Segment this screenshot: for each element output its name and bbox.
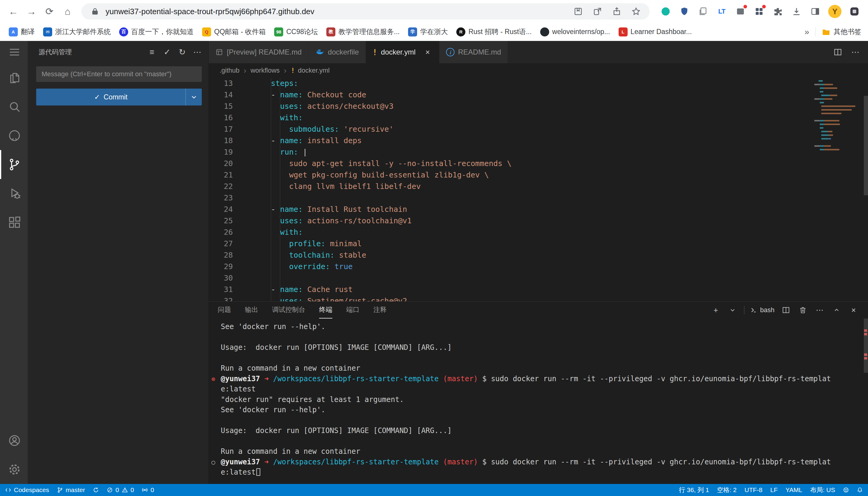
split-editor-icon[interactable] (831, 46, 844, 59)
browser-forward-button[interactable]: → (24, 4, 39, 19)
terminal-instance-bash[interactable]: bash (750, 306, 775, 314)
code-line[interactable]: 13 steps: (209, 78, 868, 89)
commit-message-input[interactable] (36, 66, 202, 82)
settings-gear-icon[interactable] (0, 455, 28, 484)
code-line[interactable]: 22 clang llvm libelf1 libelf-dev (209, 181, 868, 192)
ext-languagetool-icon[interactable]: LT (716, 6, 728, 17)
code-line[interactable]: 25 uses: actions-rs/toolchain@v1 (209, 215, 868, 227)
branch-indicator[interactable]: master (53, 484, 89, 496)
feedback-button[interactable] (839, 484, 853, 496)
ext-grid-icon[interactable] (753, 6, 765, 17)
minimap[interactable] (814, 80, 860, 153)
editor-tab[interactable]: !docker.yml× (366, 41, 439, 63)
bookmarks-overflow-chevron[interactable]: » (804, 27, 809, 37)
terminal-scrollbar[interactable] (864, 319, 868, 373)
code-line[interactable]: 23 (209, 192, 868, 204)
downloads-icon[interactable] (791, 6, 802, 17)
commit-dropdown-chevron[interactable] (185, 89, 202, 106)
cursor-position[interactable]: 行 36, 列 1 (675, 484, 713, 496)
code-line[interactable]: 28 toolchain: stable (209, 249, 868, 261)
code-line[interactable]: 29 override: true (209, 261, 868, 273)
code-line[interactable]: 19 run: | (209, 146, 868, 158)
bookmark-item[interactable]: 98CC98论坛 (270, 26, 322, 38)
code-line[interactable]: 24 - name: Install Rust toolchain (209, 204, 868, 215)
open-in-app-icon[interactable] (592, 6, 603, 17)
kill-terminal-trash-icon[interactable] (797, 304, 808, 316)
ext-shield-icon[interactable] (678, 6, 690, 17)
explorer-icon[interactable] (0, 63, 28, 92)
panel-tab[interactable]: 调试控制台 (272, 301, 305, 319)
eol-indicator[interactable]: LF (766, 484, 782, 496)
bookmark-item[interactable]: 教教学管理信息服务... (323, 26, 404, 38)
notifications-button[interactable] (853, 484, 867, 496)
editor-tab[interactable]: iREADME.md (439, 41, 508, 63)
terminal-line[interactable]: Run a command in a new container (221, 363, 859, 374)
code-line[interactable]: 16 with: (209, 112, 868, 124)
problems-indicator[interactable]: 0 0 (103, 484, 138, 496)
panel-more-icon[interactable]: ⋯ (814, 304, 825, 316)
collections-icon[interactable] (572, 6, 584, 17)
bookmark-item[interactable]: A翻译 (5, 26, 39, 38)
browser-profile-avatar[interactable]: Y (828, 5, 841, 18)
extensions-puzzle-icon[interactable] (772, 6, 783, 17)
panel-tab[interactable]: 终端 (319, 301, 332, 319)
split-terminal-icon[interactable] (780, 304, 791, 316)
encoding-indicator[interactable]: UTF-8 (741, 484, 767, 496)
bookmark-item[interactable]: weloveinterns/op... (536, 26, 614, 38)
breadcrumb-item[interactable]: workflows (251, 66, 280, 74)
terminal-line[interactable]: e:latest (221, 384, 859, 394)
bookmark-star-icon[interactable] (630, 6, 642, 17)
panel-tab[interactable]: 注释 (373, 301, 387, 319)
ext-teal-circle-icon[interactable] (660, 6, 671, 17)
editor-scrollbar[interactable] (864, 96, 868, 195)
menu-hamburger-icon[interactable] (0, 41, 28, 63)
panel-tab[interactable]: 输出 (245, 301, 258, 319)
terminal-line[interactable]: "docker run" requires at least 1 argumen… (221, 394, 859, 405)
search-icon[interactable] (0, 92, 28, 121)
share-icon[interactable] (611, 6, 623, 17)
scm-view-mode-icon[interactable]: ≡ (145, 45, 159, 59)
terminal-line[interactable]: See 'docker run --help'. (221, 405, 859, 415)
terminal-line[interactable] (221, 415, 859, 426)
account-icon[interactable] (0, 426, 28, 455)
code-line[interactable]: 26 with: (209, 227, 868, 238)
bookmark-item[interactable]: LLearner Dashboar... (615, 26, 696, 38)
bookmark-item[interactable]: 百百度一下，你就知道 (115, 26, 197, 38)
code-line[interactable]: 18 - name: install deps (209, 135, 868, 146)
bookmark-item[interactable]: 学学在浙大 (404, 26, 452, 38)
run-debug-icon[interactable] (0, 179, 28, 208)
code-line[interactable]: 27 profile: minimal (209, 238, 868, 249)
maximize-panel-icon[interactable] (831, 304, 842, 316)
terminal-line[interactable]: ⊗@yunwei37 ➜ /workspaces/libbpf-rs-start… (221, 374, 859, 384)
ports-indicator[interactable]: 0 (138, 484, 158, 496)
editor-more-icon[interactable]: ⋯ (849, 46, 862, 59)
scm-more-icon[interactable]: ⋯ (190, 45, 204, 59)
ext-clipper-icon[interactable] (735, 6, 746, 17)
code-editor[interactable]: 13 steps:14 - name: Checkout code15 uses… (209, 78, 868, 301)
github-icon[interactable] (0, 121, 28, 150)
commit-button[interactable]: ✓ Commit (36, 89, 202, 106)
terminal-line[interactable] (221, 436, 859, 447)
terminal-line[interactable]: e:latest (221, 467, 859, 478)
ext-pages-icon[interactable] (697, 6, 709, 17)
terminal-line[interactable]: Usage: docker run [OPTIONS] IMAGE [COMMA… (221, 425, 859, 436)
terminal-line[interactable]: ○@yunwei37 ➜ /workspaces/libbpf-rs-start… (221, 457, 859, 467)
side-panel-icon[interactable] (809, 6, 821, 17)
browser-back-button[interactable]: ← (5, 4, 21, 19)
code-line[interactable]: 31 - name: Cache rust (209, 284, 868, 295)
terminal-profile-chevron-icon[interactable] (727, 304, 738, 316)
code-line[interactable]: 17 submodules: 'recursive' (209, 124, 868, 135)
code-line[interactable]: 15 uses: actions/checkout@v3 (209, 100, 868, 112)
panel-tab[interactable]: 端口 (346, 301, 359, 319)
browser-menu-icon[interactable] (849, 6, 860, 17)
code-line[interactable]: 20 sudo apt-get install -y --no-install-… (209, 158, 868, 169)
command-failed-icon[interactable]: ⊗ (211, 374, 215, 385)
bookmark-item[interactable]: QQQ邮箱 - 收件箱 (198, 26, 270, 38)
command-running-icon[interactable]: ○ (211, 457, 215, 468)
bookmark-item[interactable]: RRust 招聘 - Rust语... (452, 26, 536, 38)
terminal-line[interactable]: Run a command in a new container (221, 446, 859, 457)
language-mode[interactable]: YAML (782, 484, 807, 496)
tab-close-icon[interactable]: × (423, 47, 433, 57)
terminal-line[interactable]: Usage: docker run [OPTIONS] IMAGE [COMMA… (221, 342, 859, 353)
code-line[interactable]: 30 (209, 273, 868, 284)
